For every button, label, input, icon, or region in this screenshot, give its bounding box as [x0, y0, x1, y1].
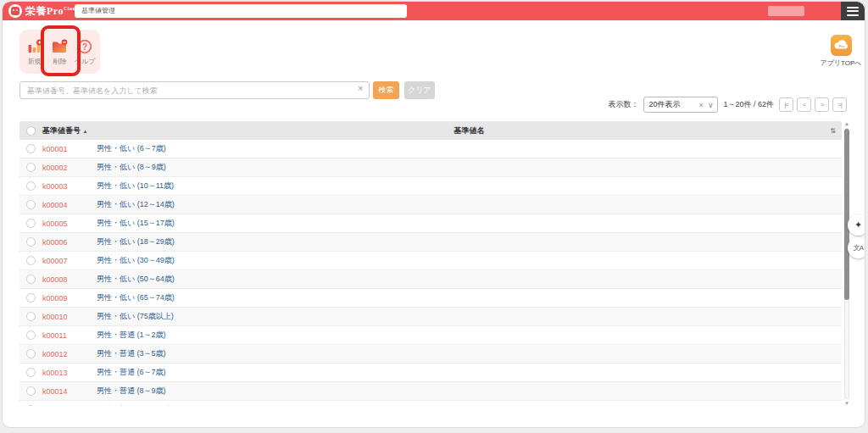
table-row[interactable]: k00006 男性・低い (18～29歳) [19, 233, 842, 252]
ai-assist-button[interactable]: ✦ [848, 214, 865, 236]
row-number[interactable]: k00011 [42, 331, 97, 340]
row-number[interactable]: k00013 [42, 369, 97, 377]
search-input[interactable] [19, 81, 370, 99]
table-row[interactable]: k00001 男性・低い (6～7歳) [19, 140, 842, 158]
row-number[interactable]: k00012 [42, 350, 97, 358]
table-row[interactable]: k00005 男性・低い (15～17歳) [19, 214, 842, 233]
row-name: 男性・低い (15～17歳) [97, 218, 842, 229]
select-clear-icon[interactable]: × [699, 101, 704, 109]
table-row[interactable]: k00011 男性・普通 (1～2歳) [19, 326, 842, 345]
prev-page-button[interactable]: < [797, 97, 811, 112]
page-title: 基準値管理 [75, 4, 407, 18]
hamburger-menu-button[interactable] [841, 2, 865, 20]
column-header-name[interactable]: 基準値名 [97, 125, 842, 136]
app-header: 栄養ProCloud 基準値管理 [3, 2, 865, 20]
row-number[interactable]: k00001 [42, 145, 97, 153]
row-radio[interactable] [26, 368, 36, 377]
table-scrollbar[interactable]: ▲ ▼ [843, 121, 851, 406]
row-radio[interactable] [26, 293, 36, 303]
sort-both-icon[interactable]: ⇅ [830, 127, 836, 135]
svg-text:?: ? [82, 42, 87, 51]
row-number[interactable]: k00015 [42, 406, 97, 407]
row-radio[interactable] [26, 312, 36, 321]
row-name: 男性・低い (12～14歳) [97, 199, 842, 210]
table-row[interactable]: k00013 男性・普通 (6～7歳) [19, 364, 842, 382]
pagination-bar: 表示数： 20件表示 × ∨ 1～20件 / 62件 |< < > >| [608, 97, 847, 113]
row-name: 男性・低い (65～74歳) [97, 292, 842, 303]
next-page-button[interactable]: > [815, 97, 829, 112]
table-header: 基準値番号 ▲ 基準値名 ⇅ [19, 121, 842, 140]
help-button[interactable]: ? ヘルプ [73, 38, 97, 66]
table-row[interactable]: k00014 男性・普通 (8～9歳) [19, 382, 842, 401]
row-radio[interactable] [26, 256, 36, 265]
row-name: 男性・普通 (10～11歳) [97, 404, 842, 406]
row-radio[interactable] [26, 405, 36, 406]
search-button[interactable]: 検索 [373, 81, 399, 99]
app-top-button[interactable]: Pro アプリTOPへ [821, 35, 860, 68]
row-radio[interactable] [26, 144, 36, 153]
row-name: 男性・低い (75歳以上) [97, 311, 842, 322]
last-page-button[interactable]: >| [832, 97, 847, 112]
scroll-up-icon[interactable]: ▲ [844, 121, 849, 126]
page-size-select[interactable]: 20件表示 × ∨ [643, 97, 718, 113]
row-radio[interactable] [26, 330, 36, 340]
table-row[interactable]: k00007 男性・低い (30～49歳) [19, 252, 842, 270]
row-name: 男性・普通 (3～5歳) [97, 348, 842, 359]
page-range-text: 1～20件 / 62件 [723, 99, 774, 110]
row-radio[interactable] [26, 181, 36, 191]
floating-buttons: ✦ 文A [848, 214, 865, 258]
app-window: 栄養ProCloud 基準値管理 新規 [2, 1, 865, 428]
table-row[interactable]: k00002 男性・低い (8～9歳) [19, 158, 842, 177]
row-number[interactable]: k00006 [42, 238, 97, 247]
row-number[interactable]: k00002 [42, 164, 97, 172]
row-number[interactable]: k00008 [42, 275, 97, 284]
folder-badge-icon [51, 38, 68, 55]
row-radio[interactable] [26, 275, 36, 284]
new-button[interactable]: 新規 [22, 38, 47, 66]
select-all-radio[interactable] [26, 126, 36, 136]
table-row[interactable]: k00015 男性・普通 (10～11歳) [19, 401, 842, 406]
page-size-value: 20件表示 [648, 99, 694, 110]
row-radio[interactable] [26, 349, 36, 358]
row-name: 男性・低い (30～49歳) [97, 255, 842, 266]
row-radio[interactable] [26, 386, 36, 396]
row-number[interactable]: k00005 [42, 219, 97, 228]
help-button-label: ヘルプ [75, 57, 96, 66]
table-row[interactable]: k00010 男性・低い (75歳以上) [19, 308, 842, 326]
column-header-number[interactable]: 基準値番号 ▲ [42, 125, 97, 136]
chevron-down-icon: ∨ [708, 101, 714, 109]
table-row[interactable]: k00003 男性・低い (10～11歳) [19, 177, 842, 196]
question-icon: ? [76, 38, 93, 55]
row-number[interactable]: k00010 [42, 313, 97, 321]
row-number[interactable]: k00009 [42, 294, 97, 303]
input-clear-icon[interactable]: × [358, 84, 363, 93]
delete-button-label: 削除 [53, 57, 66, 66]
row-name: 男性・普通 (6～7歳) [97, 367, 842, 378]
bar-chart-plus-icon [26, 38, 43, 55]
row-number[interactable]: k00003 [42, 182, 97, 191]
row-number[interactable]: k00007 [42, 257, 97, 265]
delete-button[interactable]: 削除 [47, 38, 72, 66]
standards-table: 基準値番号 ▲ 基準値名 ⇅ k00001 男性・低い (6～7歳) k0000… [19, 121, 842, 406]
row-radio[interactable] [26, 219, 36, 228]
row-radio[interactable] [26, 163, 36, 172]
cloud-app-icon: Pro [831, 35, 852, 56]
row-name: 男性・低い (6～7歳) [97, 143, 842, 154]
table-row[interactable]: k00008 男性・低い (50～64歳) [19, 270, 842, 289]
user-name-redacted [768, 6, 804, 16]
translate-icon: 文A [854, 243, 863, 253]
row-radio[interactable] [26, 200, 36, 209]
row-number[interactable]: k00004 [42, 201, 97, 209]
scroll-down-icon[interactable]: ▼ [844, 401, 849, 406]
table-row[interactable]: k00004 男性・低い (12～14歳) [19, 196, 842, 214]
table-row[interactable]: k00012 男性・普通 (3～5歳) [19, 345, 842, 364]
row-number[interactable]: k00014 [42, 387, 97, 396]
sort-asc-icon: ▲ [83, 129, 88, 134]
app-logo-icon [8, 4, 22, 18]
row-radio[interactable] [26, 237, 36, 247]
translate-button[interactable]: 文A [848, 237, 865, 258]
table-row[interactable]: k00009 男性・低い (65～74歳) [19, 289, 842, 308]
new-button-label: 新規 [28, 57, 42, 66]
clear-button[interactable]: クリア [404, 81, 435, 99]
first-page-button[interactable]: |< [779, 97, 793, 112]
